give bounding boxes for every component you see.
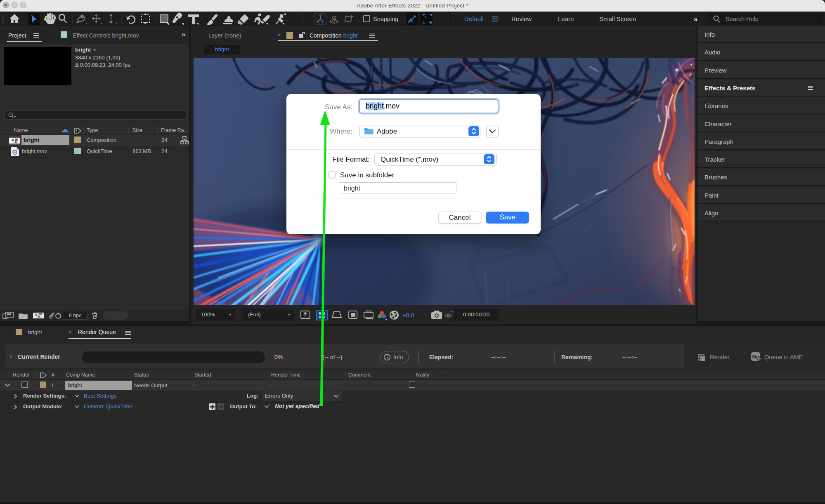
svg-text:Search Help: Search Help [726,16,759,22]
svg-text:Small Screen: Small Screen [599,15,636,22]
svg-text:Learn: Learn [558,15,574,22]
svg-text:+0,0: +0,0 [402,312,414,318]
svg-text:Review: Review [511,15,532,22]
svg-text:Default: Default [464,15,484,22]
svg-text:»: » [694,15,697,23]
svg-text:Snapping: Snapping [373,16,398,22]
